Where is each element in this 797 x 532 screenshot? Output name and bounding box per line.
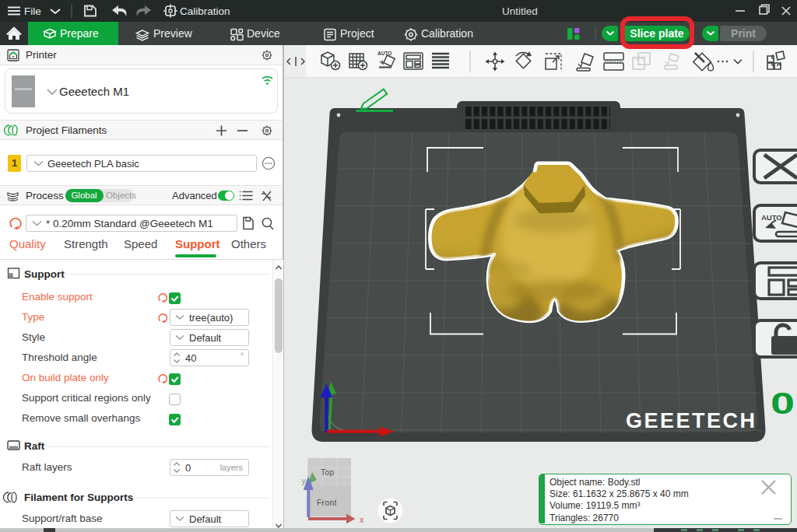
svg-text:Preview: Preview: [153, 27, 193, 40]
svg-text:GEEETECH: GEEETECH: [626, 409, 757, 432]
svg-text:File: File: [24, 5, 41, 17]
svg-text:x: x: [360, 515, 364, 524]
svg-text:Prepare: Prepare: [60, 27, 99, 40]
svg-text:Front: Front: [317, 499, 337, 507]
svg-text:Calibration: Calibration: [421, 27, 473, 40]
svg-text:Device: Device: [247, 27, 280, 40]
svg-text:Top: Top: [321, 468, 335, 477]
svg-text:Calibration: Calibration: [180, 5, 230, 17]
svg-text:AUTO: AUTO: [761, 213, 782, 222]
svg-text:Project: Project: [340, 27, 374, 40]
svg-text:0: 0: [771, 387, 795, 420]
svg-text:Untitled: Untitled: [502, 5, 538, 17]
svg-text:z: z: [306, 478, 310, 487]
